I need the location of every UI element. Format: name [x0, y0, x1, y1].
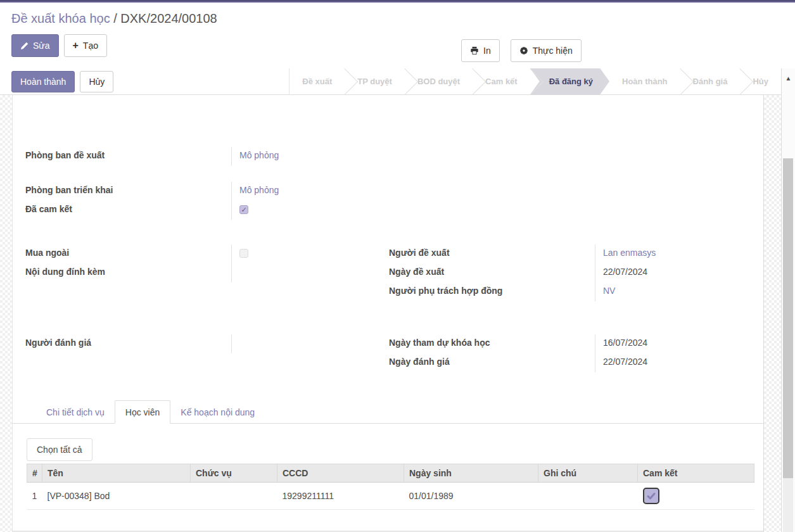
ngay-danh-gia-value: 22/07/2024: [595, 353, 754, 372]
up-arrow-icon: ▲: [785, 75, 792, 82]
ngay-tham-du-khoa-hoc-value: 16/07/2024: [595, 334, 754, 353]
tab-chi-tiet-dich-vu[interactable]: Chi tiết dịch vụ: [36, 401, 115, 423]
field-noi-dung-dinh-kem: Nội dung đính kèm: [25, 263, 376, 282]
col-header-ten[interactable]: Tên: [42, 464, 191, 483]
row-ghi-chu[interactable]: [538, 483, 638, 510]
learners-table: # Tên Chức vụ CCCD Ngày sinh Ghi chú Cam…: [27, 464, 754, 510]
select-all-button[interactable]: Chọn tất cả: [27, 438, 92, 461]
statusbar: Hoàn thành Hủy Đề xuất TP duyệt BOD duyệ…: [0, 68, 781, 95]
print-button[interactable]: In: [461, 39, 500, 62]
tab-ke-hoach-noi-dung[interactable]: Kế hoạch nội dung: [170, 401, 265, 423]
vertical-scrollbar[interactable]: ▲: [781, 68, 795, 532]
field-nguoi-danh-gia: Người đánh giá: [25, 334, 376, 353]
nguoi-phu-trach-hop-dong-value[interactable]: NV: [595, 282, 754, 301]
edit-button[interactable]: Sửa: [11, 34, 59, 57]
statusbar-buttons: Hoàn thành Hủy: [11, 71, 113, 92]
noi-dung-dinh-kem-value[interactable]: [231, 263, 376, 282]
form-sheet: Phòng ban đề xuất Mô phỏng Phòng ban tri…: [13, 95, 763, 532]
field-ngay-de-xuat: Ngày đề xuất 22/07/2024: [389, 263, 754, 282]
pencil-icon: [20, 42, 29, 50]
phong-ban-trien-khai-value[interactable]: Mô phỏng: [231, 182, 376, 201]
tab-hoc-vien-active[interactable]: Học viên: [115, 400, 170, 424]
header-right-buttons: In Thực hiện: [461, 39, 582, 62]
create-button[interactable]: + Tạo: [64, 34, 107, 57]
page-title: Đề xuất khóa học / DXK/2024/00108: [11, 11, 795, 26]
record-id: DXK/2024/00108: [120, 11, 217, 25]
da-cam-ket-checkbox[interactable]: ✓: [239, 205, 248, 214]
col-header-chuc-vu[interactable]: Chức vụ: [191, 464, 277, 483]
table-row[interactable]: 1 [VP-00348] Bod 19299211111 01/01/1989: [27, 483, 754, 510]
mua-ngoai-checkbox[interactable]: [239, 249, 248, 258]
right-background-strip: [763, 95, 781, 532]
notebook-tabs: Chi tiết dịch vụ Học viên Kế hoạch nội d…: [13, 399, 763, 424]
field-da-cam-ket: Đã cam kết ✓: [25, 201, 376, 220]
cancel-button[interactable]: Hủy: [80, 71, 113, 92]
field-mua-ngoai: Mua ngoài: [25, 244, 376, 263]
col-header-ghi-chu[interactable]: Ghi chú: [538, 464, 638, 483]
control-panel: Đề xuất khóa học / DXK/2024/00108 Sửa + …: [0, 3, 795, 68]
phong-ban-de-xuat-value[interactable]: Mô phỏng: [231, 147, 376, 166]
field-phong-ban-trien-khai: Phòng ban triển khai Mô phỏng: [25, 182, 376, 201]
status-steps: Đề xuất TP duyệt BOD duyệt Cam kết Đã đă…: [289, 68, 781, 95]
row-cam-ket-checkbox[interactable]: [643, 488, 659, 504]
breadcrumb-separator: /: [110, 11, 121, 25]
plus-icon: +: [73, 41, 79, 51]
header-left-buttons: Sửa + Tạo: [11, 34, 107, 57]
gear-icon: [519, 46, 528, 55]
field-ngay-tham-du-khoa-hoc: Ngày tham dự khóa học 16/07/2024: [389, 334, 754, 353]
check-icon: [646, 491, 656, 501]
row-ten[interactable]: [VP-00348] Bod: [42, 483, 191, 510]
row-ngay-sinh[interactable]: 01/01/1989: [404, 483, 538, 510]
col-header-index[interactable]: #: [27, 464, 42, 483]
learners-header-row: # Tên Chức vụ CCCD Ngày sinh Ghi chú Cam…: [27, 464, 754, 483]
row-cccd[interactable]: 19299211111: [277, 483, 404, 510]
field-nguoi-de-xuat: Người đề xuất Lan enmasys: [389, 244, 754, 263]
row-chuc-vu[interactable]: [191, 483, 277, 510]
status-step-hoan-thanh[interactable]: Hoàn thành: [609, 68, 680, 95]
left-background-strip: [0, 95, 13, 532]
scroll-up-button[interactable]: ▲: [782, 68, 795, 87]
col-header-cccd[interactable]: CCCD: [277, 464, 404, 483]
nguoi-danh-gia-value[interactable]: [231, 334, 376, 353]
ngay-de-xuat-value: 22/07/2024: [595, 263, 754, 282]
status-step-de-xuat[interactable]: Đề xuất: [289, 68, 345, 95]
field-phong-ban-de-xuat: Phòng ban đề xuất Mô phỏng: [25, 147, 376, 166]
scrollbar-track-tail[interactable]: [783, 478, 793, 532]
nguoi-de-xuat-value[interactable]: Lan enmasys: [595, 244, 754, 263]
field-ngay-danh-gia: Ngày đánh giá 22/07/2024: [389, 353, 754, 372]
col-header-cam-ket[interactable]: Cam kết: [638, 464, 754, 483]
row-index: 1: [27, 483, 42, 510]
scrollbar-thumb[interactable]: [783, 158, 793, 478]
breadcrumb[interactable]: Đề xuất khóa học: [11, 11, 110, 25]
done-button[interactable]: Hoàn thành: [11, 71, 75, 92]
execute-button[interactable]: Thực hiện: [511, 39, 582, 62]
field-nguoi-phu-trach-hop-dong: Người phụ trách hợp đồng NV: [389, 282, 754, 301]
col-header-ngay-sinh[interactable]: Ngày sinh: [404, 464, 538, 483]
printer-icon: [470, 46, 479, 55]
